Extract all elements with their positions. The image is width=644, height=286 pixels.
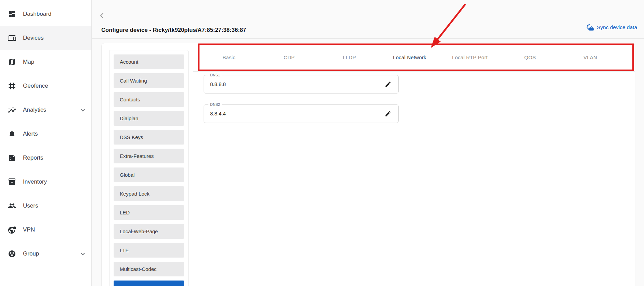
inventory-box-icon — [8, 177, 16, 186]
sidebar-item-map[interactable]: Map — [0, 50, 91, 74]
tab-label: VLAN — [583, 54, 597, 60]
dns2-field-value: 8.8.4.4 — [210, 105, 226, 123]
config-nav-item-local-web-page[interactable]: Local-Web-Page — [114, 224, 184, 239]
tab-label: LLDP — [343, 54, 356, 60]
sidebar-item-inventory[interactable]: Inventory — [0, 170, 91, 194]
config-nav-item-extra-features[interactable]: Extra-Features — [114, 149, 184, 163]
sidebar-item-geofence[interactable]: Geofence — [0, 74, 91, 98]
app-root: Dashboard Devices Map Geofence Analytics — [0, 0, 644, 286]
chevron-left-icon — [100, 13, 104, 20]
tab-cdp[interactable]: CDP — [259, 43, 319, 71]
sidebar: Dashboard Devices Map Geofence Analytics — [0, 0, 92, 286]
active-tab-underline — [379, 70, 440, 71]
tab-vlan[interactable]: VLAN — [560, 43, 620, 71]
devices-icon — [8, 34, 16, 42]
bell-icon — [8, 129, 16, 138]
cloud-sync-icon — [586, 23, 594, 32]
pencil-edit-icon — [385, 81, 391, 88]
dns1-field-value: 8.8.8.8 — [210, 75, 226, 93]
config-nav-item-account[interactable]: Account — [114, 54, 184, 69]
dns2-field: DNS2 8.8.4.4 — [204, 104, 399, 123]
sidebar-item-devices[interactable]: Devices — [0, 26, 91, 50]
config-nav-item-led[interactable]: LED — [114, 205, 184, 220]
sidebar-item-label: Dashboard — [23, 11, 51, 17]
page-title: Configure device - Ricky/tk920plus/A7:85… — [101, 27, 246, 33]
dashboard-icon — [8, 10, 16, 18]
back-button[interactable] — [100, 12, 109, 21]
sidebar-item-label: Devices — [23, 35, 43, 41]
chevron-down-icon — [80, 109, 85, 112]
sidebar-item-label: Alerts — [23, 130, 38, 137]
tab-lldp[interactable]: LLDP — [319, 43, 379, 71]
vpn-globe-lock-icon — [8, 225, 16, 234]
dns2-edit-button[interactable] — [383, 109, 393, 119]
config-nav-item-lte[interactable]: LTE — [114, 243, 184, 258]
tab-label: CDP — [284, 54, 295, 60]
sidebar-item-users[interactable]: Users — [0, 194, 91, 218]
config-nav-item-dss-keys[interactable]: DSS Keys — [114, 130, 184, 145]
sidebar-item-label: Inventory — [23, 178, 47, 185]
sidebar-item-label: Users — [23, 202, 38, 209]
pencil-edit-icon — [385, 110, 391, 117]
sidebar-item-analytics[interactable]: Analytics — [0, 98, 91, 122]
tab-local-rtp-port[interactable]: Local RTP Port — [440, 43, 500, 71]
group-work-icon — [8, 249, 16, 258]
config-nav-item-contacts[interactable]: Contacts — [114, 92, 184, 107]
sidebar-item-vpn[interactable]: VPN — [0, 218, 91, 242]
report-file-icon — [8, 153, 16, 162]
chevron-down-icon — [80, 252, 85, 256]
sidebar-item-label: Analytics — [23, 107, 46, 113]
config-nav-item-global[interactable]: Global — [114, 167, 184, 182]
tab-label: Basic — [222, 54, 235, 60]
sidebar-item-label: Map — [23, 59, 34, 65]
tab-label: QOS — [524, 54, 536, 60]
sync-link-label: Sync device data — [597, 24, 637, 30]
tab-label: Local RTP Port — [452, 54, 488, 60]
sidebar-item-reports[interactable]: Reports — [0, 146, 91, 170]
header-divider — [92, 38, 644, 39]
sidebar-item-alerts[interactable]: Alerts — [0, 122, 91, 146]
sidebar-item-label: Reports — [23, 154, 43, 161]
sidebar-item-label: Group — [23, 250, 39, 257]
config-nav-item-call-waiting[interactable]: Call Waiting — [114, 73, 184, 88]
dns1-edit-button[interactable] — [383, 79, 393, 89]
tab-qos[interactable]: QOS — [500, 43, 560, 71]
config-nav-item-keypad-lock[interactable]: Keypad Lock — [114, 186, 184, 201]
dns1-field: DNS1 8.8.8.8 — [204, 75, 399, 94]
sidebar-item-dashboard[interactable]: Dashboard — [0, 2, 91, 26]
config-card: Account Call Waiting Contacts Dialplan D… — [101, 43, 635, 286]
geofence-grid-icon — [8, 82, 16, 90]
config-category-nav: Account Call Waiting Contacts Dialplan D… — [109, 50, 189, 286]
tab-basic[interactable]: Basic — [199, 43, 259, 71]
config-nav-item-multicast-codec[interactable]: Multicast-Codec — [114, 262, 184, 276]
users-icon — [8, 201, 16, 210]
analytics-icon — [8, 105, 16, 114]
config-nav-item-network[interactable]: Network — [114, 281, 184, 286]
tab-bar: Basic CDP LLDP Local Network Local RTP P… — [193, 43, 635, 72]
sidebar-item-label: VPN — [23, 226, 35, 233]
tab-local-network[interactable]: Local Network — [379, 43, 440, 71]
tab-label: Local Network — [393, 54, 426, 60]
sync-device-data-link[interactable]: Sync device data — [586, 22, 637, 33]
sidebar-item-label: Geofence — [23, 83, 48, 89]
config-nav-item-dialplan[interactable]: Dialplan — [114, 111, 184, 126]
map-icon — [8, 58, 16, 66]
sidebar-item-group[interactable]: Group — [0, 242, 91, 266]
